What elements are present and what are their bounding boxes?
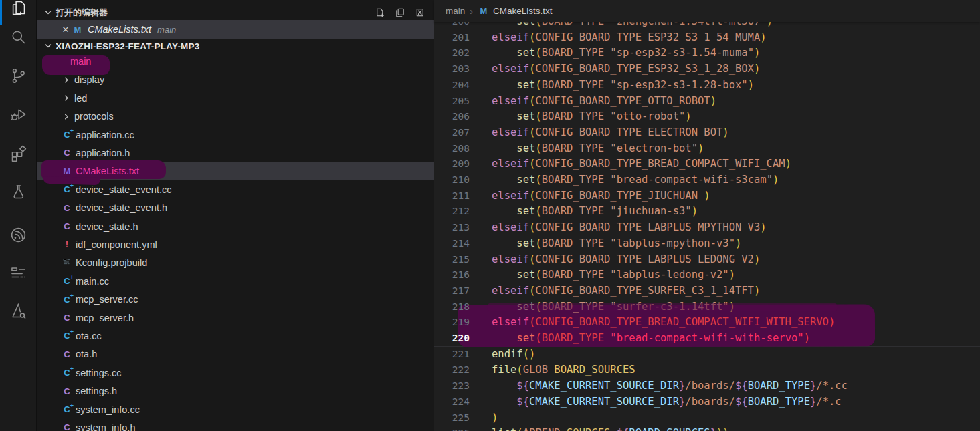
activity-doc-outline[interactable] — [0, 257, 36, 290]
source-control-icon — [9, 67, 27, 85]
tree-file-ota-h[interactable]: Cota.h — [37, 345, 434, 364]
annotation-marker-overlap-line-218 — [487, 303, 838, 311]
code-text: set(BOARD_TYPE "labplus-ledong-v2") — [492, 269, 735, 281]
activity-cmake-tools[interactable] — [0, 294, 36, 327]
cmake-file-icon: M — [478, 6, 490, 16]
save-all-icon[interactable] — [394, 7, 405, 18]
line-number: 218 — [441, 301, 470, 312]
tree-file-device-state-h[interactable]: Cdevice_state.h — [37, 217, 434, 235]
c-header-file-icon: C — [61, 349, 73, 360]
activity-source-control[interactable] — [0, 59, 36, 92]
open-editors-section-header[interactable]: 打开的编辑器 — [37, 5, 434, 20]
code-text: elseif(CONFIG_BOARD_TYPE_SURFER_C3_1_14T… — [492, 285, 760, 297]
cmake-file-icon: M — [61, 166, 73, 176]
tree-file-application-h[interactable]: Capplication.h — [37, 144, 434, 162]
chevron-down-icon — [43, 41, 53, 51]
line-number: 206 — [441, 111, 470, 122]
c-header-file-icon: C — [61, 221, 73, 231]
code-line-202[interactable]: 202 set(BOARD_TYPE "sp-esp32-s3-1.54-mum… — [434, 46, 980, 62]
line-number: 226 — [441, 428, 470, 431]
activity-esp-idf[interactable] — [0, 218, 36, 251]
tree-file-kconfig-projbuild[interactable]: Kconfig.projbuild — [37, 254, 434, 272]
tree-file-system-info-cc[interactable]: C+system_info.cc — [37, 400, 434, 418]
line-number: 224 — [441, 396, 470, 407]
breadcrumb-file[interactable]: CMakeLists.txt — [493, 6, 553, 16]
tree-item-label: device_state_event.cc — [76, 184, 171, 195]
tree-file-settings-cc[interactable]: C+settings.cc — [37, 364, 434, 382]
code-line-224[interactable]: 224 ${CMAKE_CURRENT_SOURCE_DIR}/boards/$… — [434, 395, 980, 411]
line-number: 216 — [441, 269, 470, 280]
explorer-sidebar: 打开的编辑器 ✕ M CMakeLists.txt main XIAOZHI-E… — [36, 0, 434, 431]
cpp-file-icon: C+ — [61, 404, 73, 414]
tree-item-label: settings.cc — [76, 368, 122, 378]
chevron-down-icon[interactable] — [43, 8, 53, 17]
code-text: set(BOARD_TYPE "bread-compact-wifi-with-… — [492, 332, 810, 344]
activity-testing[interactable] — [0, 175, 36, 208]
tree-file-main-cc[interactable]: C+main.cc — [37, 272, 434, 290]
tree-item-label: display — [74, 74, 104, 85]
close-all-editors-icon[interactable] — [414, 7, 425, 18]
code-line-207[interactable]: 207elseif(CONFIG_BOARD_TYPE_ELECTRON_BOT… — [434, 126, 980, 142]
tree-item-label: device_state_event.h — [76, 202, 167, 213]
code-line-212[interactable]: 212 set(BOARD_TYPE "jiuchuan-s3") — [434, 204, 980, 221]
code-line-204[interactable]: 204 set(BOARD_TYPE "sp-esp32-s3-1.28-box… — [434, 78, 980, 94]
breadcrumb-separator-icon: › — [470, 6, 473, 17]
open-editor-item-cmakelists[interactable]: ✕ M CMakeLists.txt main — [37, 20, 434, 39]
tree-file-idf-component-yml[interactable]: !idf_component.yml — [37, 235, 434, 253]
breadcrumb-folder[interactable]: main — [446, 6, 465, 16]
tree-item-label: settings.h — [76, 386, 117, 396]
tree-item-label: system_info.cc — [76, 404, 140, 415]
code-line-215[interactable]: 215elseif(CONFIG_BOARD_TYPE_LABPLUS_LEDO… — [434, 253, 980, 269]
tree-folder-led[interactable]: led — [37, 89, 434, 107]
code-text: set(BOARD_TYPE "sp-esp32-s3-1.54-muma") — [492, 47, 760, 59]
chevron-right-icon[interactable] — [61, 76, 72, 84]
tree-item-label: main.cc — [76, 276, 109, 287]
line-number: 221 — [441, 349, 470, 360]
tree-file-system-info-h[interactable]: Csystem_info.h — [37, 418, 434, 431]
line-number: 210 — [441, 174, 470, 185]
code-area[interactable]: 200 set(BOARD_TYPE "zhengchen-1.54tft-ml… — [434, 0, 980, 431]
line-number: 217 — [441, 285, 470, 296]
code-text: list(APPEND SOURCES ${BOARD_SOURCES})) — [492, 427, 729, 431]
chevron-right-icon[interactable] — [61, 112, 72, 121]
tree-folder-protocols[interactable]: protocols — [37, 108, 434, 126]
code-line-221[interactable]: 221endif() — [434, 347, 980, 364]
tree-file-ota-cc[interactable]: C+ota.cc — [37, 327, 434, 345]
code-text: set(BOARD_TYPE "labplus-mpython-v3") — [492, 237, 741, 249]
code-line-201[interactable]: 201elseif(CONFIG_BOARD_TYPE_ESP32_S3_1_5… — [434, 31, 980, 47]
activity-search[interactable] — [0, 20, 36, 53]
code-line-216[interactable]: 216 set(BOARD_TYPE "labplus-ledong-v2") — [434, 268, 980, 284]
new-untitled-file-icon[interactable] — [374, 7, 385, 18]
line-number: 203 — [441, 63, 470, 74]
tree-item-label: idf_component.yml — [76, 239, 157, 250]
code-line-223[interactable]: 223 ${CMAKE_CURRENT_SOURCE_DIR}/boards/$… — [434, 379, 980, 395]
code-line-226[interactable]: 226list(APPEND SOURCES ${BOARD_SOURCES})… — [434, 426, 980, 431]
tree-file-device-state-event-h[interactable]: Cdevice_state_event.h — [37, 199, 434, 217]
code-line-203[interactable]: 203elseif(CONFIG_BOARD_TYPE_ESP32_S3_1_2… — [434, 62, 980, 78]
code-line-214[interactable]: 214 set(BOARD_TYPE "labplus-mpython-v3") — [434, 237, 980, 253]
code-line-208[interactable]: 208 set(BOARD_TYPE "electron-bot") — [434, 142, 980, 158]
close-editor-icon[interactable]: ✕ — [60, 25, 72, 35]
code-line-206[interactable]: 206 set(BOARD_TYPE "otto-robot") — [434, 110, 980, 126]
code-line-217[interactable]: 217elseif(CONFIG_BOARD_TYPE_SURFER_C3_1_… — [434, 284, 980, 300]
activity-run-and-debug[interactable] — [0, 98, 36, 131]
tree-item-label: led — [74, 93, 87, 104]
code-line-209[interactable]: 209elseif(CONFIG_BOARD_TYPE_BREAD_COMPAC… — [434, 157, 980, 173]
project-root-header[interactable]: XIAOZHI-ESP32-FEAT-PLAY-MP3 — [37, 39, 434, 53]
code-line-222[interactable]: 222file(GLOB BOARD_SOURCES — [434, 363, 980, 379]
code-line-210[interactable]: 210 set(BOARD_TYPE "bread-compact-wifi-s… — [434, 173, 980, 189]
code-line-211[interactable]: 211elseif(CONFIG_BOARD_TYPE_JIUCHUAN ) — [434, 189, 980, 205]
code-line-225[interactable]: 225) — [434, 411, 980, 427]
tree-file-mcp-server-h[interactable]: Cmcp_server.h — [37, 309, 434, 327]
code-line-205[interactable]: 205elseif(CONFIG_BOARD_TYPE_OTTO_ROBOT) — [434, 94, 980, 110]
line-number: 213 — [441, 222, 470, 233]
code-line-213[interactable]: 213elseif(CONFIG_BOARD_TYPE_LABPLUS_MPYT… — [434, 221, 980, 237]
code-text: ${CMAKE_CURRENT_SOURCE_DIR}/boards/${BOA… — [492, 396, 842, 408]
tree-file-application-cc[interactable]: C+application.cc — [37, 126, 434, 144]
tree-file-mcp-server-cc[interactable]: C+mcp_server.cc — [37, 291, 434, 309]
chevron-right-icon[interactable] — [61, 94, 72, 102]
activity-extensions[interactable] — [0, 136, 36, 170]
tree-item-label: application.cc — [76, 130, 134, 140]
activity-bar — [0, 0, 36, 431]
tree-file-settings-h[interactable]: Csettings.h — [37, 382, 434, 400]
